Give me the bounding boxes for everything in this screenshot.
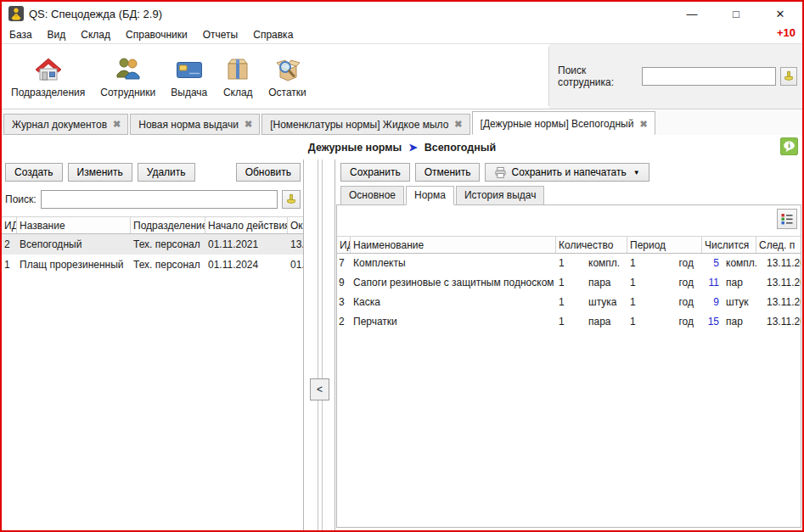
cell-department: Тех. персонал (131, 255, 205, 275)
collapse-left-pane-button[interactable]: < (310, 378, 329, 400)
refresh-button[interactable]: Обновить (236, 163, 301, 182)
updates-badge[interactable]: +10 (777, 26, 796, 39)
norm-item-row[interactable]: 2 Перчатки 1 пара 1 год 15 пар 13.11.20 (337, 312, 801, 332)
detail-tab[interactable]: Основное (340, 186, 404, 205)
employee-search-input[interactable] (642, 67, 776, 86)
create-button[interactable]: Создать (5, 163, 63, 182)
norms-search-row: Поиск: (5, 190, 301, 209)
maximize-button[interactable]: □ (714, 8, 758, 20)
column-header[interactable]: Числится (702, 237, 756, 253)
cancel-button[interactable]: Отменить (415, 163, 481, 182)
breadcrumb-current: Всепогодный (424, 142, 496, 154)
toolbar-button-label: Остатки (268, 87, 306, 98)
cell-item-name: Сапоги резиновые с защитным подноском (351, 273, 556, 293)
toolbar-button-label: Склад (223, 87, 253, 98)
norm-row[interactable]: 2 Всепогодный Тех. персонал 01.11.2021 1… (2, 234, 303, 255)
info-bubble-icon: i (780, 137, 798, 155)
cell-id: 9 (337, 273, 351, 293)
cell-period: 1 (627, 312, 661, 332)
breadcrumb-row: Дежурные нормы ➤ Всепогодный i (2, 135, 802, 160)
employee-search-clear-button[interactable] (780, 67, 797, 86)
cell-id: 2 (337, 312, 351, 332)
column-header[interactable]: Наименование (351, 237, 556, 253)
cell-held-unit: пар (719, 273, 756, 293)
norms-search-clear-button[interactable] (282, 190, 301, 209)
view-mode-button[interactable] (777, 209, 797, 229)
card-icon (174, 55, 205, 84)
home-icon (33, 55, 64, 84)
norm-item-row[interactable]: 7 Комплекты 1 компл. 1 год 5 компл. 13.1… (337, 254, 801, 273)
tab-label: Новая норма выдачи (138, 119, 239, 131)
column-header[interactable]: Ок (288, 217, 303, 233)
info-button[interactable]: i (780, 137, 798, 155)
brush-icon (783, 70, 795, 82)
window-controls: — □ ✕ (670, 2, 802, 25)
norm-item-row[interactable]: 3 Каска 1 штука 1 год 9 штук 13.11.20 (337, 293, 801, 312)
norms-list-pane: Создать Изменить Удалить Обновить Поиск:… (2, 160, 304, 530)
brush-icon (285, 193, 297, 205)
norm-detail-pane: Сохранить Отменить Сохранить и напечатат… (335, 160, 802, 530)
cell-held-count: 15 (702, 312, 719, 332)
cell-id: 7 (337, 254, 351, 273)
save-button[interactable]: Сохранить (340, 163, 410, 182)
column-header[interactable]: ИД (337, 237, 351, 253)
document-tab[interactable]: [Дежурные нормы] Всепогодный ✖ (472, 111, 655, 135)
menu-item[interactable]: Справочники (118, 27, 195, 42)
close-icon[interactable]: ✖ (639, 120, 647, 129)
edit-button[interactable]: Изменить (68, 163, 132, 182)
close-icon[interactable]: ✖ (454, 120, 462, 129)
toolbar-button-stock[interactable]: Остатки (261, 52, 314, 102)
close-button[interactable]: ✕ (758, 8, 802, 20)
pane-splitter[interactable]: < (304, 160, 335, 530)
cell-held-unit: штук (719, 293, 756, 312)
cell-quantity: 1 (556, 312, 588, 332)
toolbar-button-issue[interactable]: Выдача (163, 52, 215, 102)
cell-held-count: 9 (702, 293, 719, 312)
column-header[interactable]: Количество (556, 237, 627, 253)
cell-start-date: 01.11.2024 (205, 255, 288, 275)
menu-item[interactable]: Вид (40, 27, 74, 42)
norm-item-row[interactable]: 9 Сапоги резиновые с защитным подноском … (337, 273, 801, 293)
toolbar-button-warehouse[interactable]: Склад (215, 52, 261, 102)
column-header[interactable]: Начало действия (205, 217, 288, 233)
menu-item[interactable]: База (2, 27, 40, 42)
save-and-print-button[interactable]: Сохранить и напечатать ▼ (485, 163, 649, 182)
cell-quantity-unit: пара (588, 273, 627, 293)
detail-tab[interactable]: Норма (406, 186, 454, 205)
document-tab[interactable]: Новая норма выдачи ✖ (130, 114, 260, 135)
document-tab[interactable]: Журнал документов ✖ (3, 114, 128, 135)
cell-period: 1 (627, 293, 661, 312)
menu-item[interactable]: Отчеты (195, 27, 245, 42)
toolbar-button-departments[interactable]: Подразделения (3, 52, 93, 102)
column-header[interactable]: Название (17, 217, 131, 233)
cell-held-unit: компл. (719, 254, 756, 273)
delete-button[interactable]: Удалить (138, 163, 195, 182)
chevron-down-icon: ▼ (633, 169, 640, 176)
cell-held-unit: пар (719, 312, 756, 332)
norms-search-input[interactable] (41, 190, 278, 209)
norms-list-toolbar: Создать Изменить Удалить Обновить (5, 163, 301, 182)
column-header[interactable]: След. п (756, 237, 801, 253)
toolbar-button-employees[interactable]: Сотрудники (93, 52, 163, 102)
employee-search-area: Поиск сотрудника: (549, 44, 802, 109)
cell-quantity-unit: штука (588, 293, 627, 312)
titlebar: QS: Спецодежда (БД: 2.9) — □ ✕ (2, 2, 802, 25)
column-header[interactable]: Период (627, 237, 702, 253)
minimize-button[interactable]: — (670, 8, 714, 20)
close-icon[interactable]: ✖ (113, 120, 121, 129)
cell-id: 3 (337, 293, 351, 312)
norm-row[interactable]: 1 Плащ прорезиненный Тех. персонал 01.11… (2, 255, 303, 275)
cell-next-date: 13.11.20 (756, 312, 801, 332)
toolbar-button-label: Сотрудники (100, 87, 155, 98)
box-search-icon (273, 55, 303, 84)
menu-item[interactable]: Справка (245, 27, 301, 42)
column-header[interactable]: Подразделение (131, 217, 205, 233)
close-icon[interactable]: ✖ (245, 120, 252, 129)
column-header[interactable]: ИД (2, 217, 17, 233)
menu-items: БазаВидСкладСправочникиОтчетыСправка (2, 27, 301, 42)
menu-item[interactable]: Склад (73, 27, 118, 42)
document-tab[interactable]: [Номенклатуры нормы] Жидкое мыло ✖ (261, 114, 469, 135)
detail-tab[interactable]: История выдач (456, 186, 545, 205)
norm-items-body: 7 Комплекты 1 компл. 1 год 5 компл. 13.1… (337, 254, 801, 332)
norms-search-label: Поиск: (5, 193, 37, 205)
